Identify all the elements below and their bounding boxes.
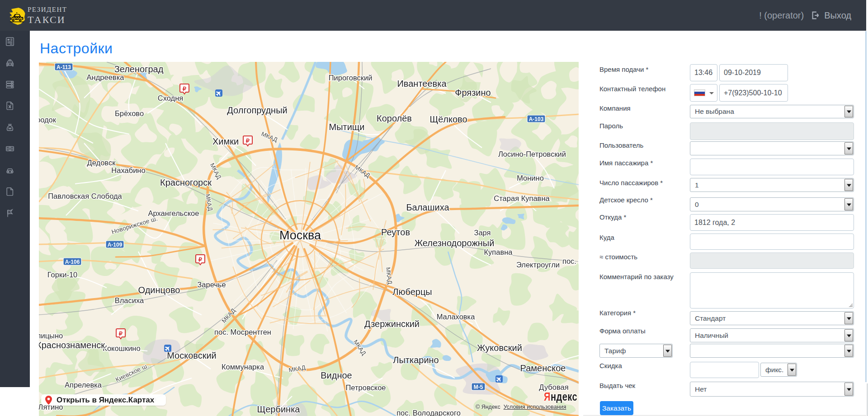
svg-text:родок: родок [39,116,57,124]
svg-text:Монино: Монино [517,174,544,182]
svg-text:Петровское: Петровское [346,383,386,392]
svg-text:Купавна: Купавна [484,248,513,256]
svg-text:Московский: Московский [167,351,217,360]
svg-text:Кокошкино: Кокошкино [103,344,140,352]
svg-text:Мытищи: Мытищи [329,122,365,132]
svg-text:лицыно: лицыно [39,332,63,340]
svg-text:Фрязино: Фрязино [455,88,491,98]
svg-text:Химки: Химки [212,136,239,146]
svg-text:₽: ₽ [246,137,250,144]
svg-text:Заречье: Заречье [197,280,226,289]
svg-text:Балашиха: Балашиха [406,202,449,212]
svg-text:Железнодорожный: Железнодорожный [415,238,495,248]
svg-text:М-5: М-5 [474,384,483,390]
svg-text:Москва: Москва [279,229,321,242]
svg-text:А-113: А-113 [57,64,71,70]
svg-text:₽: ₽ [198,256,203,263]
svg-text:Зеленоград: Зеленоград [114,64,164,74]
svg-text:А-103: А-103 [529,116,544,122]
svg-text:Люберцы: Люберцы [392,287,432,297]
svg-text:Королёв: Королёв [377,113,412,123]
svg-text:Одинцово: Одинцово [138,285,180,295]
svg-text:А-109: А-109 [108,242,123,248]
svg-text:Щербинка: Щербинка [257,404,301,414]
svg-text:пос. им. Б: пос. им. Б [562,257,579,265]
svg-text:пос. Мосрентген: пос. Мосрентген [214,328,271,336]
svg-text:Коммунарка: Коммунарка [222,363,264,371]
svg-text:Долгопрудный: Долгопрудный [227,105,287,115]
svg-text:Нахабино: Нахабино [111,166,145,174]
svg-text:Заря: Заря [474,229,491,237]
svg-text:Щёлково: Щёлково [429,114,467,124]
svg-text:₽: ₽ [183,85,187,92]
svg-text:Павловская Слобода: Павловская Слобода [48,192,122,200]
svg-text:Дедовск: Дедовск [87,159,116,167]
svg-text:Электроугли: Электроугли [516,261,560,269]
svg-text:Брёхово: Брёхово [115,109,144,117]
svg-text:Ивантеевка: Ивантеевка [397,79,447,89]
svg-text:Лосино-Петровский: Лосино-Петровский [498,150,566,158]
svg-text:пос. Володарского: пос. Володарского [396,409,461,416]
svg-text:Краснознаменск: Краснознаменск [39,340,105,350]
svg-text:Видное: Видное [321,370,352,380]
svg-text:Раменское: Раменское [520,363,566,373]
svg-text:Пироговский: Пироговский [329,74,373,82]
svg-text:₽: ₽ [119,330,123,337]
svg-text:Власиха: Власиха [115,296,144,304]
svg-text:Красногорск: Красногорск [160,178,212,187]
svg-text:Старая Купавна: Старая Купавна [494,194,550,202]
svg-text:Горки-10: Горки-10 [47,271,77,279]
svg-text:Апрелевка: Апрелевка [65,381,102,389]
svg-text:Реутов: Реутов [381,227,410,237]
svg-text:Андреевка: Андреевка [87,73,125,81]
svg-text:Сходня: Сходня [158,94,183,102]
svg-text:Жуковский: Жуковский [477,343,522,353]
svg-text:Лыткарино: Лыткарино [393,355,439,365]
svg-text:А-106: А-106 [65,259,80,265]
svg-text:Дзержинский: Дзержинский [364,319,420,329]
svg-text:Малаховка: Малаховка [437,313,475,321]
